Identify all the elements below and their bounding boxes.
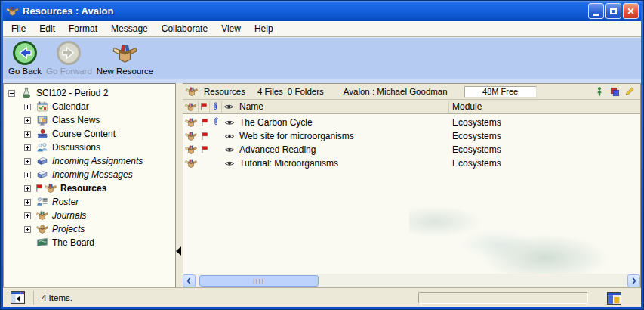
tree-item-class-news[interactable]: Class News bbox=[4, 113, 175, 127]
watermark-image bbox=[409, 199, 628, 274]
file-counts: 4 Files 0 Folders bbox=[257, 87, 324, 96]
expand-toggle-icon[interactable] bbox=[24, 144, 31, 151]
tree-item-resources[interactable]: Resources bbox=[4, 181, 175, 195]
flag-icon bbox=[35, 184, 44, 194]
tree-item-label: Incoming Messages bbox=[52, 169, 133, 180]
tree-item-incoming-messages[interactable]: Incoming Messages bbox=[4, 168, 175, 181]
menu-item-format[interactable]: Format bbox=[62, 22, 104, 36]
flask-icon bbox=[20, 87, 33, 99]
collapse-toggle-icon[interactable] bbox=[8, 90, 15, 97]
tree-item-course-content[interactable]: Course Content bbox=[4, 127, 175, 141]
close-button[interactable]: ✕ bbox=[623, 3, 639, 19]
free-space-indicator: 48M Free bbox=[464, 86, 537, 98]
resource-box-icon bbox=[186, 85, 198, 98]
box-icon bbox=[45, 182, 57, 194]
tree-item-calendar[interactable]: Calendar bbox=[4, 100, 175, 113]
scroll-right-button[interactable] bbox=[627, 274, 640, 287]
flag-icon[interactable] bbox=[199, 101, 210, 113]
file-module: Ecosystems bbox=[449, 143, 640, 157]
tree-item-label: Incoming Assignments bbox=[52, 156, 143, 166]
expand-toggle-icon[interactable] bbox=[24, 117, 31, 124]
close-icon: ✕ bbox=[627, 7, 634, 16]
expand-toggle-icon[interactable] bbox=[24, 226, 31, 233]
statusbar-field bbox=[418, 292, 588, 304]
menu-item-collaborate[interactable]: Collaborate bbox=[155, 22, 214, 36]
menu-item-edit[interactable]: Edit bbox=[32, 22, 62, 36]
go-back-button[interactable]: Go Back bbox=[6, 39, 44, 77]
expand-toggle-icon[interactable] bbox=[24, 185, 31, 192]
expand-toggle-icon[interactable] bbox=[24, 172, 31, 178]
go-forward-button[interactable]: Go Forward bbox=[44, 39, 94, 77]
collapse-panel-arrow-icon[interactable] bbox=[176, 246, 181, 256]
minimize-icon bbox=[593, 14, 599, 16]
tree-item-roster[interactable]: Roster bbox=[4, 195, 175, 209]
paperclip-icon[interactable] bbox=[210, 101, 222, 113]
menu-item-help[interactable]: Help bbox=[248, 22, 280, 36]
file-row[interactable]: Tutorial: MicroorganismsEcosystems bbox=[183, 157, 640, 170]
eye-icon[interactable] bbox=[222, 101, 236, 113]
file-name: Tutorial: Microorganisms bbox=[236, 157, 449, 170]
file-module: Ecosystems bbox=[449, 116, 640, 129]
expand-toggle-icon[interactable] bbox=[24, 199, 31, 206]
maximize-button[interactable] bbox=[605, 3, 621, 19]
expand-toggle-icon[interactable] bbox=[24, 131, 31, 138]
go-forward-label: Go Forward bbox=[46, 67, 92, 76]
main-area: SCI102 - Period 2CalendarClass NewsCours… bbox=[3, 83, 641, 287]
eye-icon[interactable] bbox=[224, 160, 235, 168]
pencil-icon[interactable] bbox=[624, 85, 636, 98]
copy-icon[interactable] bbox=[609, 85, 621, 98]
eye-icon[interactable] bbox=[224, 132, 235, 141]
column-module[interactable]: Module bbox=[449, 101, 640, 113]
title-bar[interactable]: Resources : Avalon ✕ bbox=[3, 1, 641, 21]
menu-bar: FileEditFormatMessageCollaborateViewHelp bbox=[3, 21, 641, 37]
owner-label: Avalon : Michael Goodman bbox=[344, 87, 448, 96]
file-row[interactable]: Advanced ReadingEcosystems bbox=[183, 143, 640, 157]
tree-item-discussions[interactable]: Discussions bbox=[4, 141, 175, 154]
journals-icon bbox=[36, 209, 49, 222]
items-count: 4 Items. bbox=[42, 293, 72, 302]
expand-toggle-icon[interactable] bbox=[24, 158, 31, 165]
tree-item-the-board[interactable]: The Board bbox=[4, 236, 175, 250]
status-bar: 4 Items. bbox=[3, 287, 641, 307]
expand-toggle-icon[interactable] bbox=[24, 104, 31, 110]
scrollbar-track[interactable] bbox=[196, 274, 627, 287]
tree-item-label: Discussions bbox=[52, 142, 100, 153]
tree-item-label: Course Content bbox=[52, 129, 116, 139]
eye-icon[interactable] bbox=[224, 119, 235, 127]
toolbar-strip bbox=[3, 78, 641, 83]
eye-icon[interactable] bbox=[224, 146, 235, 154]
menu-item-file[interactable]: File bbox=[5, 22, 32, 36]
tree-item-sci102-period-2[interactable]: SCI102 - Period 2 bbox=[4, 86, 175, 100]
messages-icon bbox=[36, 169, 49, 181]
discussions-icon bbox=[36, 141, 49, 153]
file-panel: Resources 4 Files 0 Folders Avalon : Mic… bbox=[183, 83, 641, 287]
column-name[interactable]: Name bbox=[236, 101, 449, 113]
menu-item-view[interactable]: View bbox=[214, 22, 248, 36]
new-resource-label: New Resource bbox=[97, 67, 153, 76]
menu-item-message[interactable]: Message bbox=[104, 22, 155, 36]
layout-view-button[interactable] bbox=[605, 290, 623, 305]
tree-item-incoming-assignments[interactable]: Incoming Assignments bbox=[4, 154, 175, 168]
resource-box-icon[interactable] bbox=[183, 101, 199, 113]
person-icon[interactable] bbox=[593, 85, 605, 98]
file-row[interactable]: The Carbon CycleEcosystems bbox=[183, 116, 640, 129]
tree-item-projects[interactable]: Projects bbox=[4, 222, 175, 236]
scrollbar-thumb[interactable] bbox=[199, 275, 319, 287]
file-name: Web site for microorganisms bbox=[236, 129, 449, 143]
new-resource-button[interactable]: New Resource bbox=[94, 39, 156, 77]
horizontal-scrollbar[interactable] bbox=[183, 274, 640, 287]
go-back-label: Go Back bbox=[8, 67, 42, 76]
file-row[interactable]: Web site for microorganismsEcosystems bbox=[183, 129, 640, 143]
tree-item-journals[interactable]: Journals bbox=[4, 209, 175, 222]
scroll-left-button[interactable] bbox=[183, 274, 196, 287]
file-module: Ecosystems bbox=[449, 157, 640, 170]
scrollbar-grip bbox=[254, 279, 265, 284]
column-header: Name Module bbox=[183, 100, 640, 114]
toggle-tree-panel-button[interactable] bbox=[8, 290, 27, 305]
minimize-button[interactable] bbox=[588, 3, 604, 19]
expand-toggle-icon[interactable] bbox=[24, 212, 31, 219]
maximize-icon bbox=[610, 8, 617, 14]
resource-box-icon bbox=[6, 5, 19, 17]
panel-splitter[interactable] bbox=[176, 83, 183, 287]
roster-icon bbox=[36, 196, 49, 208]
